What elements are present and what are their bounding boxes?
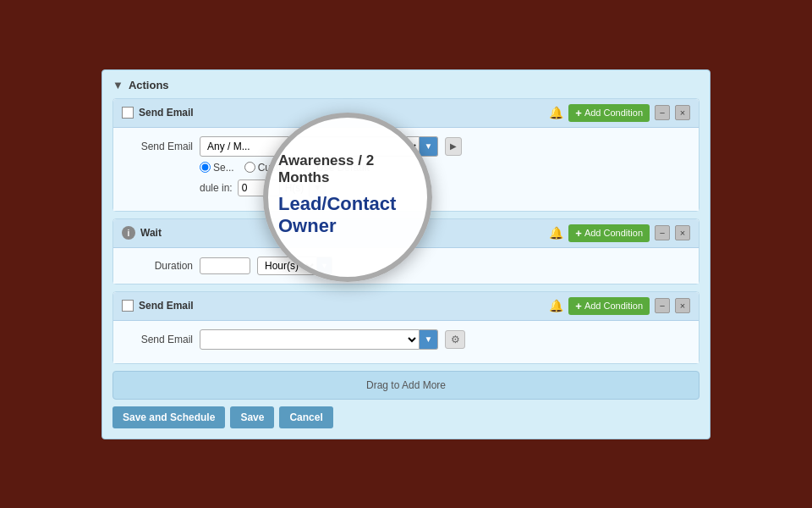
radio-default-label: Use Default <box>316 162 370 174</box>
send-email-block-1: Send Email 🔔 + Add Condition − × Send Em… <box>112 98 700 212</box>
drag-bar[interactable]: Drag to Add More <box>112 371 700 400</box>
schedule-row: dule in: H(s) ▼ <box>200 179 326 197</box>
radio-default[interactable]: Use Default <box>303 162 370 174</box>
send-email-2-header-left: Send Email <box>122 300 194 312</box>
close-btn-1[interactable]: × <box>675 105 690 120</box>
send-email-1-email-label: Send Email <box>125 141 193 152</box>
send-email-1-label: Send Email <box>139 107 194 119</box>
wait-header-left: i Wait <box>122 226 162 240</box>
wait-body: Duration Hour(s) ▼ <box>113 248 699 284</box>
gear-icon-btn[interactable]: ⚙ <box>445 330 465 349</box>
send-email-2-select[interactable] <box>200 329 420 350</box>
radio-se-label: Se... <box>213 162 234 174</box>
send-email-2-header: Send Email 🔔 + Add Condition − × <box>113 292 699 321</box>
plus-icon-1: + <box>575 107 582 119</box>
duration-select[interactable]: Hour(s) <box>257 257 317 275</box>
actions-arrow[interactable]: ▼ <box>112 79 123 91</box>
send-email-1-right-arrow[interactable]: ▶ <box>445 137 462 156</box>
wait-label: Wait <box>140 227 162 239</box>
add-condition-btn-1[interactable]: + Add Condition <box>568 104 650 122</box>
send-email-1-email-row: Send Email Any / M... ▼ ▶ <box>125 136 687 157</box>
wait-header: i Wait 🔔 + Add Condition − × <box>113 219 699 248</box>
send-email-1-schedule-row: dule in: H(s) ▼ <box>125 179 687 197</box>
schedule-arrow[interactable]: ▼ <box>309 179 326 197</box>
schedule-unit: H(s) <box>285 182 304 194</box>
send-email-1-body: Send Email Any / M... ▼ ▶ Se... Custom <box>113 128 699 211</box>
main-container: ▼ Actions Send Email 🔔 + Add Condition −… <box>102 69 710 439</box>
duration-input[interactable] <box>200 257 250 274</box>
send-email-2-header-right: 🔔 + Add Condition − × <box>549 297 690 315</box>
send-email-1-radio-row: Se... Custom Use Default <box>125 162 687 174</box>
send-email-2-arrow[interactable]: ▼ <box>420 329 438 350</box>
radio-custom-input[interactable] <box>244 162 255 173</box>
duration-select-wrap: Hour(s) ▼ <box>257 257 332 275</box>
duration-row: Duration Hour(s) ▼ <box>125 257 687 275</box>
radio-custom-label: Custom <box>258 162 293 174</box>
plus-icon-3: + <box>575 300 582 312</box>
add-condition-btn-2[interactable]: + Add Condition <box>568 224 650 242</box>
add-condition-label-3: Add Condition <box>584 301 643 311</box>
radio-custom[interactable]: Custom <box>244 162 293 174</box>
minimize-btn-1[interactable]: − <box>655 105 670 120</box>
send-email-1-header-right: 🔔 + Add Condition − × <box>549 104 690 122</box>
minimize-btn-3[interactable]: − <box>655 298 670 313</box>
duration-label: Duration <box>125 260 193 272</box>
send-email-2-email-label: Send Email <box>125 334 193 345</box>
send-email-2-label: Send Email <box>139 300 194 312</box>
wait-block: i Wait 🔔 + Add Condition − × Duration Ho… <box>112 218 700 284</box>
send-email-1-bell[interactable]: 🔔 <box>549 106 563 119</box>
send-email-1-header: Send Email 🔔 + Add Condition − × <box>113 99 699 128</box>
actions-header: ▼ Actions <box>112 79 700 91</box>
send-email-1-dropdown-group: Any / M... ▼ <box>200 136 438 157</box>
wait-icon: i <box>122 226 135 240</box>
send-email-2-email-row: Send Email ▼ ⚙ <box>125 329 687 350</box>
schedule-label: dule in: <box>200 182 233 194</box>
send-email-2-body: Send Email ▼ ⚙ <box>113 321 699 363</box>
radio-se[interactable]: Se... <box>200 162 234 174</box>
add-condition-btn-3[interactable]: + Add Condition <box>568 297 650 315</box>
radio-default-input[interactable] <box>303 162 314 173</box>
save-schedule-button[interactable]: Save and Schedule <box>112 406 225 428</box>
close-btn-3[interactable]: × <box>675 298 690 313</box>
add-condition-label-2: Add Condition <box>584 228 643 238</box>
wait-header-right: 🔔 + Add Condition − × <box>549 224 690 242</box>
actions-label: Actions <box>129 79 169 91</box>
wait-bell[interactable]: 🔔 <box>549 226 563 240</box>
send-email-2-checkbox[interactable] <box>122 300 134 312</box>
send-email-1-radio-group: Se... Custom Use Default <box>200 162 370 174</box>
cancel-button[interactable]: Cancel <box>279 406 332 428</box>
send-email-1-header-left: Send Email <box>122 107 194 119</box>
minimize-btn-2[interactable]: − <box>655 225 670 240</box>
footer-buttons: Save and Schedule Save Cancel <box>112 406 700 428</box>
save-button[interactable]: Save <box>230 406 274 428</box>
radio-se-input[interactable] <box>200 162 211 173</box>
plus-icon-2: + <box>575 227 582 240</box>
send-email-2-bell[interactable]: 🔔 <box>549 299 563 312</box>
send-email-1-arrow[interactable]: ▼ <box>420 136 438 157</box>
send-email-block-2: Send Email 🔔 + Add Condition − × Send Em… <box>112 291 700 364</box>
duration-arrow[interactable]: ▼ <box>317 257 332 275</box>
close-btn-2[interactable]: × <box>675 225 690 240</box>
send-email-2-dropdown-group: ▼ <box>200 329 438 350</box>
send-email-1-select[interactable]: Any / M... <box>200 136 420 157</box>
schedule-input[interactable] <box>238 179 280 196</box>
send-email-1-checkbox[interactable] <box>122 107 134 119</box>
add-condition-label-1: Add Condition <box>584 108 643 118</box>
